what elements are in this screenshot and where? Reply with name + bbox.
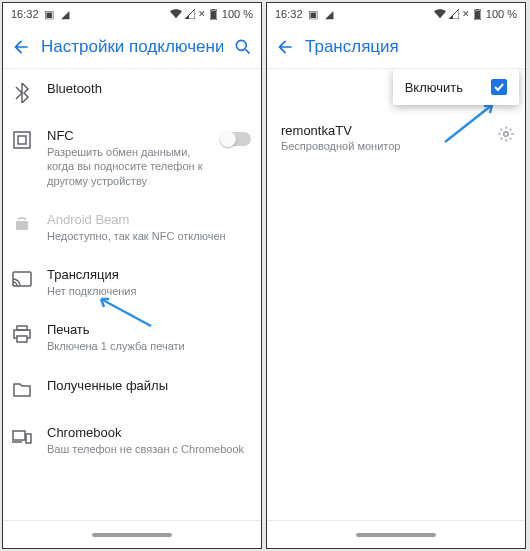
- svg-rect-1: [212, 9, 215, 10]
- nav-pill: [356, 533, 436, 537]
- svg-rect-18: [476, 9, 479, 10]
- phone-left: 16:32 ▣ ◢ ✕ 100 % Настройки подключения …: [2, 2, 262, 549]
- battery-text: 100 %: [486, 8, 517, 20]
- nfc-icon: [11, 129, 33, 151]
- popup-label: Включить: [405, 80, 463, 95]
- device-title: remontkaTV: [281, 123, 487, 138]
- app-header: Настройки подключения: [3, 25, 261, 69]
- item-label: Полученные файлы: [47, 378, 251, 393]
- nav-bar[interactable]: [267, 520, 525, 548]
- status-time: 16:32: [275, 8, 303, 20]
- page-title: Настройки подключения: [41, 37, 223, 57]
- svg-point-3: [236, 40, 246, 50]
- print-icon: [11, 323, 33, 345]
- item-cast[interactable]: Трансляция Нет подключения: [3, 255, 261, 310]
- item-sublabel: Разрешить обмен данными, когда вы поднос…: [47, 145, 207, 188]
- item-label: Печать: [47, 322, 251, 337]
- battery-icon: [472, 8, 484, 20]
- search-button[interactable]: [233, 37, 253, 57]
- nav-pill: [92, 533, 172, 537]
- svg-rect-13: [17, 336, 27, 342]
- item-label: Chromebook: [47, 425, 251, 440]
- item-nfc[interactable]: NFC Разрешить обмен данными, когда вы по…: [3, 116, 261, 200]
- phone-right: 16:32 ▣ ◢ ✕ 100 % Трансляция Включить: [266, 2, 526, 549]
- notif-icon: ▣: [43, 8, 55, 20]
- device-subtitle: Беспроводной монитор: [281, 140, 487, 152]
- wifi-icon: [170, 8, 182, 20]
- item-sublabel: Ваш телефон не связан c Chromebook: [47, 442, 251, 456]
- page-title: Трансляция: [305, 37, 517, 57]
- status-bar: 16:32 ▣ ◢ ✕ 100 %: [267, 3, 525, 25]
- item-sublabel: Недоступно, так как NFC отключен: [47, 229, 251, 243]
- check-icon: [493, 81, 505, 93]
- svg-rect-15: [26, 434, 31, 443]
- svg-rect-5: [14, 132, 30, 148]
- settings-list: Bluetooth NFC Разрешить обмен данными, к…: [3, 69, 261, 520]
- item-label: Android Beam: [47, 212, 251, 227]
- status-time: 16:32: [11, 8, 39, 20]
- item-bluetooth[interactable]: Bluetooth: [3, 69, 261, 116]
- item-label: Трансляция: [47, 267, 251, 282]
- notif-icon: ◢: [323, 8, 335, 20]
- svg-rect-7: [16, 221, 28, 230]
- item-label: Bluetooth: [47, 81, 251, 96]
- item-received-files[interactable]: Полученные файлы: [3, 366, 261, 413]
- signal-x-icon: ✕: [198, 9, 206, 19]
- bluetooth-icon: [11, 82, 33, 104]
- nav-bar[interactable]: [3, 520, 261, 548]
- item-chromebook[interactable]: Chromebook Ваш телефон не связан c Chrom…: [3, 413, 261, 468]
- devices-icon: [11, 426, 33, 448]
- item-sublabel: Нет подключения: [47, 284, 251, 298]
- notif-icon: ◢: [59, 8, 71, 20]
- device-row[interactable]: remontkaTV Беспроводной монитор: [267, 109, 525, 162]
- folder-icon: [11, 379, 33, 401]
- cast-icon: [11, 268, 33, 290]
- app-header: Трансляция: [267, 25, 525, 69]
- item-android-beam: Android Beam Недоступно, так как NFC отк…: [3, 200, 261, 255]
- svg-rect-2: [211, 11, 216, 19]
- item-sublabel: Включена 1 служба печати: [47, 339, 251, 353]
- svg-rect-14: [13, 431, 25, 440]
- back-button[interactable]: [275, 37, 295, 57]
- notif-icon: ▣: [307, 8, 319, 20]
- svg-rect-19: [475, 11, 480, 19]
- android-icon: [11, 213, 33, 235]
- item-label: NFC: [47, 128, 207, 143]
- gear-icon[interactable]: [497, 125, 515, 143]
- svg-point-20: [504, 132, 509, 137]
- battery-text: 100 %: [222, 8, 253, 20]
- nfc-toggle[interactable]: [221, 132, 251, 146]
- signal-icon: [184, 8, 196, 20]
- signal-icon: [448, 8, 460, 20]
- battery-icon: [208, 8, 220, 20]
- enable-checkbox[interactable]: [491, 79, 507, 95]
- svg-rect-6: [18, 136, 26, 144]
- status-bar: 16:32 ▣ ◢ ✕ 100 %: [3, 3, 261, 25]
- cast-content: Включить remontkaTV Беспроводной монитор: [267, 69, 525, 520]
- back-button[interactable]: [11, 37, 31, 57]
- enable-popup[interactable]: Включить: [393, 69, 519, 105]
- wifi-icon: [434, 8, 446, 20]
- item-print[interactable]: Печать Включена 1 служба печати: [3, 310, 261, 365]
- svg-line-4: [246, 49, 250, 53]
- signal-x-icon: ✕: [462, 9, 470, 19]
